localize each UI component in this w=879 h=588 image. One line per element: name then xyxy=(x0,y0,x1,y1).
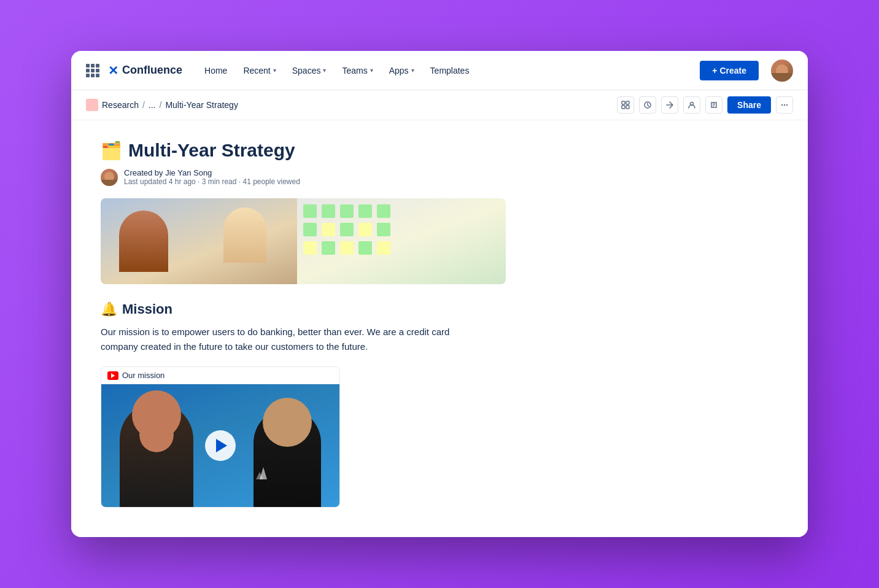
sticky-note xyxy=(377,223,390,236)
svg-rect-3 xyxy=(626,106,629,109)
mission-title: 🔔 Mission xyxy=(101,301,778,317)
person-left-figure xyxy=(120,403,193,507)
svg-rect-2 xyxy=(622,106,625,109)
mission-text: Our mission is to empower users to do ba… xyxy=(101,325,469,354)
create-button[interactable]: + Create xyxy=(700,61,759,80)
nav-spaces[interactable]: Spaces ▾ xyxy=(285,61,334,80)
content-area: 🗂️ Multi-Year Strategy Created by Jie Ya… xyxy=(71,120,808,537)
author-avatar xyxy=(101,169,118,186)
share-button[interactable]: Share xyxy=(727,96,771,114)
logo-icon: ✕ xyxy=(108,63,118,78)
breadcrumb-page: Multi-Year Strategy xyxy=(165,100,238,110)
author-info: Created by Jie Yan Song Last updated 4 h… xyxy=(124,168,300,186)
toolbar-icon-3[interactable] xyxy=(661,96,678,114)
chevron-down-icon: ▾ xyxy=(323,67,326,74)
toolbar-icon-4[interactable] xyxy=(683,96,700,114)
sticky-note xyxy=(377,204,390,218)
video-label-bar: Our mission xyxy=(101,367,339,384)
author-meta: Last updated 4 hr ago · 3 min read · 41 … xyxy=(124,177,300,186)
author-row: Created by Jie Yan Song Last updated 4 h… xyxy=(101,168,778,186)
svg-point-7 xyxy=(784,104,785,106)
breadcrumb-separator-2: / xyxy=(159,100,161,110)
sticky-note xyxy=(340,204,354,218)
title-emoji: 🗂️ xyxy=(101,141,122,161)
navbar: ✕ Confluence Home Recent ▾ Spaces ▾ Team… xyxy=(71,51,808,90)
hero-image-right xyxy=(297,198,506,284)
sticky-note xyxy=(322,241,335,255)
nav-templates[interactable]: Templates xyxy=(423,61,477,80)
sticky-note xyxy=(340,223,354,236)
mission-emoji: 🔔 xyxy=(101,301,117,317)
hero-images xyxy=(101,198,506,284)
chevron-down-icon: ▾ xyxy=(411,67,414,74)
page-title: 🗂️ Multi-Year Strategy xyxy=(101,140,778,161)
breadcrumb-separator: / xyxy=(142,100,145,110)
breadcrumb-space[interactable]: Research xyxy=(102,100,139,110)
logo[interactable]: ✕ Confluence xyxy=(108,63,182,78)
video-card[interactable]: Our mission xyxy=(101,366,340,508)
svg-rect-1 xyxy=(626,101,629,104)
sticky-note xyxy=(340,241,354,255)
sticky-note xyxy=(358,241,372,255)
page-heading: Multi-Year Strategy xyxy=(128,140,295,161)
nav-links: Home Recent ▾ Spaces ▾ Teams ▾ Apps ▾ Te… xyxy=(197,61,476,80)
nav-home[interactable]: Home xyxy=(197,61,234,80)
breadcrumb: Research / ... / Multi-Year Strategy xyxy=(86,99,238,111)
hero-image-left xyxy=(101,198,297,284)
video-thumbnail[interactable] xyxy=(101,384,339,507)
sticky-note xyxy=(322,204,335,218)
sticky-note xyxy=(322,223,335,236)
grid-menu-icon[interactable] xyxy=(86,64,99,77)
toolbar-icon-5[interactable] xyxy=(705,96,722,114)
chevron-down-icon: ▾ xyxy=(273,67,276,74)
author-name: Created by Jie Yan Song xyxy=(124,168,300,177)
space-icon xyxy=(86,99,98,111)
toolbar-icon-1[interactable] xyxy=(617,96,634,114)
youtube-icon xyxy=(107,371,118,380)
breadcrumb-ellipsis[interactable]: ... xyxy=(149,100,156,110)
toolbar-icon-more[interactable] xyxy=(776,96,793,114)
nav-teams[interactable]: Teams ▾ xyxy=(335,61,380,80)
nav-recent[interactable]: Recent ▾ xyxy=(236,61,283,80)
browser-window: ✕ Confluence Home Recent ▾ Spaces ▾ Team… xyxy=(71,51,808,537)
sticky-note xyxy=(358,204,372,218)
chevron-down-icon: ▾ xyxy=(370,67,373,74)
svg-point-6 xyxy=(781,104,783,106)
svg-rect-0 xyxy=(622,101,625,104)
svg-point-8 xyxy=(786,104,788,106)
sticky-note xyxy=(303,241,317,255)
toolbar-icon-2[interactable] xyxy=(639,96,656,114)
avatar[interactable] xyxy=(771,60,793,82)
sticky-note xyxy=(377,241,390,255)
play-button[interactable] xyxy=(205,430,236,461)
sticky-note xyxy=(303,204,317,218)
video-label: Our mission xyxy=(122,371,165,380)
sticky-note xyxy=(303,223,317,236)
person-right-figure xyxy=(254,409,321,507)
logo-text: Confluence xyxy=(122,64,182,77)
breadcrumb-bar: Research / ... / Multi-Year Strategy Sha… xyxy=(71,90,808,120)
toolbar-actions: Share xyxy=(617,96,793,114)
sticky-note xyxy=(358,223,372,236)
nav-apps[interactable]: Apps ▾ xyxy=(382,61,422,80)
